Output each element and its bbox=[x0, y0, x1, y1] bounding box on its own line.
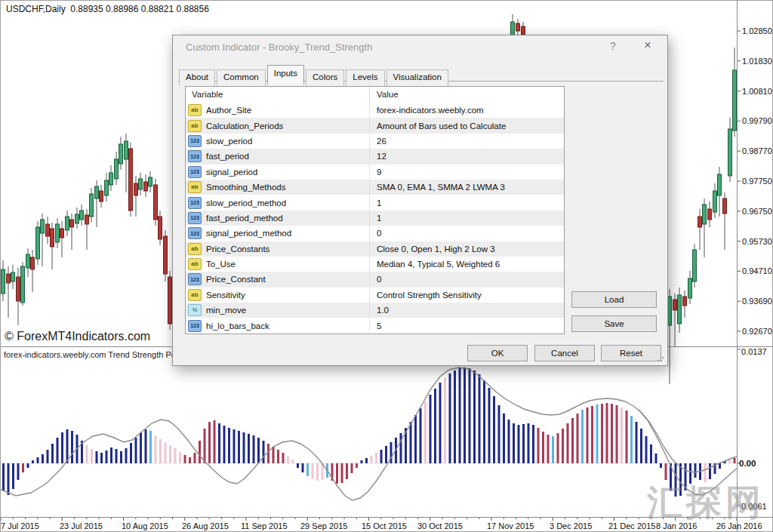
table-row[interactable]: abPrice_ConstantsClose 0, Open 1, High 2… bbox=[186, 241, 564, 257]
histogram-bar bbox=[469, 368, 471, 463]
candlestick bbox=[21, 266, 25, 303]
variable-value[interactable]: Median 4, Typical 5, Weighted 6 bbox=[370, 260, 564, 269]
table-row[interactable]: 123fast_period12 bbox=[186, 149, 564, 164]
resize-grip[interactable] bbox=[657, 355, 664, 362]
variable-value[interactable]: 1 bbox=[370, 214, 564, 223]
reset-button[interactable]: Reset bbox=[601, 345, 661, 361]
variable-value[interactable]: 1 bbox=[370, 198, 564, 208]
histogram-bar bbox=[479, 374, 481, 463]
histogram-bar bbox=[257, 438, 260, 463]
time-label: 17 Nov 2015 bbox=[487, 521, 534, 530]
candlestick bbox=[164, 236, 168, 274]
histogram-bar bbox=[86, 445, 88, 463]
histogram-bar bbox=[390, 442, 393, 463]
variable-value[interactable]: 0 bbox=[370, 229, 564, 238]
variable-value[interactable]: SMA 0, EMA 1, SMMA 2 LWMA 3 bbox=[370, 183, 564, 192]
table-row[interactable]: 123Price_Constant0 bbox=[186, 272, 564, 287]
table-row[interactable]: abTo_UseMedian 4, Typical 5, Weighted 6 bbox=[186, 257, 564, 272]
tab-colors[interactable]: Colors bbox=[306, 69, 344, 86]
histogram-bar bbox=[709, 463, 711, 479]
histogram-bar bbox=[174, 448, 177, 463]
variable-cell: 123fast_period bbox=[186, 149, 370, 164]
tab-common[interactable]: Common bbox=[217, 69, 266, 86]
histogram-bar bbox=[253, 435, 255, 463]
close-icon[interactable]: × bbox=[638, 38, 658, 54]
histogram-bar bbox=[562, 429, 564, 463]
histogram-bar bbox=[248, 434, 250, 463]
histogram-bar bbox=[322, 463, 324, 480]
histogram-bar bbox=[650, 444, 652, 463]
candlestick bbox=[149, 177, 152, 186]
histogram-bar bbox=[47, 450, 49, 463]
table-row[interactable]: 123slow_period26 bbox=[186, 134, 564, 149]
candlestick bbox=[60, 229, 64, 238]
symbol-ohlc-title: USDCHF,Daily 0.88935 0.88986 0.88821 0.8… bbox=[6, 4, 209, 14]
tab-levels[interactable]: Levels bbox=[346, 69, 384, 86]
integer-type-icon: 123 bbox=[188, 150, 202, 162]
histogram-bar bbox=[655, 454, 658, 463]
histogram-bar bbox=[306, 463, 309, 476]
candlestick bbox=[90, 194, 94, 217]
histogram-bar bbox=[100, 453, 103, 463]
variable-value[interactable]: 12 bbox=[370, 152, 564, 161]
tab-about[interactable]: About bbox=[179, 69, 215, 86]
indicator-name-label: forex-indicators.weebly.com Trend Streng… bbox=[4, 350, 180, 359]
save-button[interactable]: Save bbox=[571, 315, 657, 332]
dialog-title: Custom Indicator - Brooky_Trend_Strength bbox=[186, 42, 372, 53]
histogram-bar bbox=[51, 444, 54, 463]
histogram-bar bbox=[611, 404, 613, 463]
time-label: 30 Oct 2015 bbox=[417, 521, 463, 530]
table-row[interactable]: ½min_move1.0 bbox=[186, 303, 564, 318]
mt4-chart-window: USDCHF,Daily 0.88935 0.88986 0.88821 0.8… bbox=[0, 0, 773, 532]
histogram-bar bbox=[120, 451, 122, 463]
variable-value[interactable]: 9 bbox=[370, 168, 564, 177]
variable-value[interactable]: forex-indicators.weebly.com bbox=[370, 106, 564, 115]
parameters-table: Variable Value abAuthor_Siteforex-indica… bbox=[185, 86, 565, 334]
candlestick bbox=[51, 229, 54, 247]
time-label: 7 Jul 2015 bbox=[1, 521, 39, 530]
load-button[interactable]: Load bbox=[571, 291, 657, 308]
candlestick bbox=[85, 215, 89, 224]
histogram-bar bbox=[380, 450, 383, 463]
tab-inputs[interactable]: Inputs bbox=[267, 65, 304, 85]
variable-name: fast_period_method bbox=[206, 214, 283, 223]
table-row[interactable]: abSmoothing_MethodsSMA 0, EMA 1, SMMA 2 … bbox=[186, 180, 564, 195]
variable-value[interactable]: Close 0, Open 1, High 2 Low 3 bbox=[370, 244, 564, 254]
variable-value[interactable]: 1.0 bbox=[370, 306, 564, 315]
table-row[interactable]: abCalculation_PeriodsAmount of Bars used… bbox=[186, 118, 564, 133]
variable-value[interactable]: 0 bbox=[370, 275, 564, 284]
variable-value[interactable]: 5 bbox=[370, 321, 564, 331]
candlestick bbox=[168, 277, 172, 324]
table-row[interactable]: 123hi_lo_bars_back5 bbox=[186, 318, 564, 333]
price-axis-line bbox=[737, 1, 738, 532]
histogram-bar bbox=[444, 378, 446, 463]
histogram-bar bbox=[361, 460, 363, 463]
variable-value[interactable]: Amount of Bars used to Calculate bbox=[370, 121, 564, 131]
histogram-bar bbox=[591, 406, 593, 463]
histogram-bar bbox=[263, 441, 265, 463]
column-header-value: Value bbox=[370, 87, 564, 103]
variable-value[interactable]: Control Strength Sensitivity bbox=[370, 291, 564, 300]
table-row[interactable]: 123slow_period_method1 bbox=[186, 195, 564, 210]
table-row[interactable]: 123signal_period_method0 bbox=[186, 226, 564, 241]
histogram-bar bbox=[22, 463, 24, 472]
histogram-bar bbox=[238, 431, 240, 463]
text-type-icon: ab bbox=[188, 258, 202, 270]
candlestick bbox=[26, 254, 30, 268]
candlestick bbox=[144, 182, 148, 191]
time-label: 15 Oct 2015 bbox=[362, 521, 407, 530]
column-header-variable: Variable bbox=[186, 87, 370, 103]
table-row[interactable]: abSensitivityControl Strength Sensitivit… bbox=[186, 288, 564, 303]
histogram-bar bbox=[110, 447, 112, 463]
table-row[interactable]: abAuthor_Siteforex-indicators.weebly.com bbox=[186, 103, 564, 118]
variable-value[interactable]: 26 bbox=[370, 137, 564, 146]
histogram-bar bbox=[581, 410, 584, 463]
ok-button[interactable]: OK bbox=[467, 345, 528, 361]
table-row[interactable]: 123fast_period_method1 bbox=[186, 211, 564, 226]
table-row[interactable]: 123signal_period9 bbox=[186, 165, 564, 180]
tab-visualization[interactable]: Visualization bbox=[386, 69, 448, 86]
help-icon[interactable]: ? bbox=[605, 40, 621, 54]
cancel-button[interactable]: Cancel bbox=[534, 345, 595, 361]
histogram-bar bbox=[503, 414, 505, 463]
variable-cell: abCalculation_Periods bbox=[186, 118, 370, 133]
